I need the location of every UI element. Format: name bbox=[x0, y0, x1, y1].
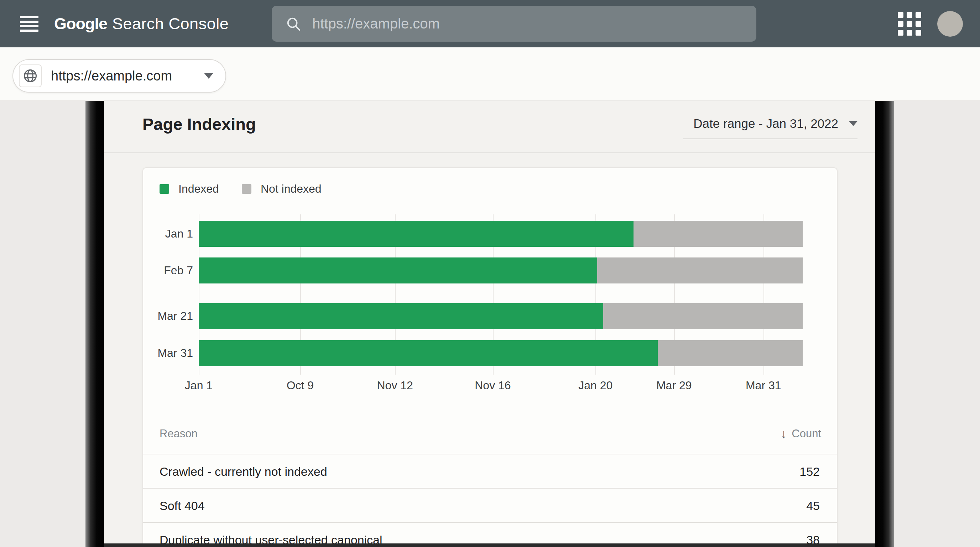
bar-row bbox=[199, 221, 803, 247]
search-input[interactable] bbox=[312, 6, 756, 42]
device-frame-left bbox=[86, 101, 104, 547]
page-title: Page Indexing bbox=[142, 114, 256, 134]
property-url-text: https://example.com bbox=[51, 68, 172, 84]
reason-column-header: Reason bbox=[159, 417, 198, 450]
count-column-header: Count bbox=[792, 427, 821, 440]
x-axis-tick-label: Nov 12 bbox=[377, 379, 413, 392]
x-axis-tick-label: Nov 16 bbox=[475, 379, 511, 392]
y-axis-label: Feb 7 bbox=[143, 258, 193, 283]
chevron-down-icon bbox=[204, 73, 213, 79]
bar-row bbox=[199, 340, 803, 366]
indexing-report-card: Indexed Not indexed Jan 1Oct 9Nov 12Nov … bbox=[142, 167, 838, 547]
x-axis-tick-label: Jan 1 bbox=[185, 379, 213, 392]
reason-cell: Soft 404 bbox=[159, 488, 205, 523]
count-cell: 152 bbox=[799, 455, 820, 488]
bar-row bbox=[199, 303, 803, 329]
google-apps-grid-icon[interactable] bbox=[898, 12, 921, 36]
reason-table-header: Reason ↓ Count bbox=[143, 417, 837, 450]
y-axis-label: Mar 31 bbox=[143, 340, 193, 366]
property-selector-row: https://example.com bbox=[0, 48, 980, 101]
bar-row bbox=[199, 258, 803, 283]
legend-not-indexed-label: Not indexed bbox=[261, 182, 321, 196]
x-axis-tick-label: Mar 31 bbox=[746, 379, 781, 392]
bar-indexed-segment bbox=[199, 258, 597, 283]
logo-product-text: Search Console bbox=[112, 14, 229, 33]
top-app-bar: Google Search Console bbox=[0, 0, 980, 48]
title-divider bbox=[104, 153, 875, 153]
chevron-down-icon bbox=[849, 121, 858, 126]
bar-indexed-segment bbox=[199, 303, 603, 329]
page-indexing-screen: Google Search Console bbox=[0, 0, 980, 547]
top-search-bar[interactable] bbox=[272, 6, 756, 42]
property-selector-dropdown[interactable]: https://example.com bbox=[13, 59, 226, 92]
device-frame-right bbox=[875, 101, 894, 547]
logo-google-text: Google bbox=[54, 14, 107, 33]
y-axis-label: Jan 1 bbox=[143, 221, 193, 247]
y-axis-label: Mar 21 bbox=[143, 303, 193, 329]
count-cell: 45 bbox=[806, 488, 820, 523]
x-axis-tick-label: Mar 29 bbox=[656, 379, 692, 392]
table-row[interactable]: Soft 40445 bbox=[143, 488, 837, 522]
count-sort-button[interactable]: ↓ Count bbox=[781, 417, 821, 450]
globe-icon bbox=[19, 64, 42, 87]
x-axis-tick-label: Oct 9 bbox=[287, 379, 314, 392]
bar-indexed-segment bbox=[199, 221, 633, 247]
legend-indexed-swatch bbox=[159, 184, 169, 194]
search-icon bbox=[285, 16, 302, 32]
date-range-dropdown[interactable]: Date range - Jan 31, 2022 bbox=[683, 116, 858, 139]
reason-cell: Crawled - currently not indexed bbox=[159, 455, 327, 488]
legend-not-indexed-swatch bbox=[242, 184, 251, 194]
sort-descending-icon: ↓ bbox=[781, 427, 787, 441]
chart-legend: Indexed Not indexed bbox=[159, 182, 321, 196]
legend-indexed-label: Indexed bbox=[178, 182, 219, 196]
reason-table-body: Crawled - currently not indexed152Soft 4… bbox=[143, 454, 837, 547]
table-row[interactable]: Crawled - currently not indexed152 bbox=[143, 454, 837, 488]
device-frame-bottom bbox=[104, 544, 875, 547]
content-area: Page Indexing Date range - Jan 31, 2022 … bbox=[0, 101, 980, 547]
report-viewport: Page Indexing Date range - Jan 31, 2022 … bbox=[104, 101, 875, 547]
hamburger-menu-icon[interactable] bbox=[20, 16, 38, 32]
app-logo: Google Search Console bbox=[54, 0, 229, 48]
x-axis-tick-label: Jan 20 bbox=[578, 379, 612, 392]
date-range-label: Date range - Jan 31, 2022 bbox=[693, 116, 838, 131]
bar-indexed-segment bbox=[199, 340, 658, 366]
user-avatar[interactable] bbox=[937, 11, 963, 37]
indexing-bar-chart: Jan 1Oct 9Nov 12Nov 16Jan 20Mar 29Mar 31… bbox=[143, 215, 838, 399]
